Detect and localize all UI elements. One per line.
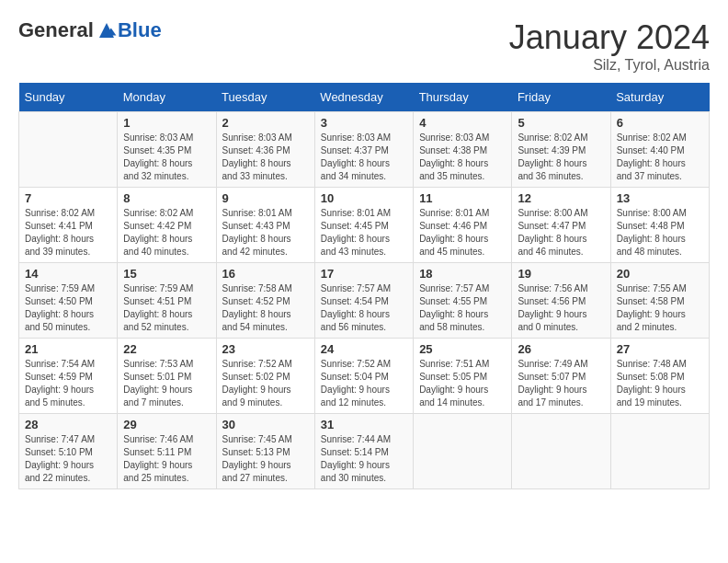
calendar-day-cell (19, 112, 118, 188)
calendar-day-cell (414, 414, 512, 489)
calendar-day-cell: 2Sunrise: 8:03 AM Sunset: 4:36 PM Daylig… (216, 112, 314, 188)
day-number: 28 (25, 418, 111, 431)
day-info: Sunrise: 8:03 AM Sunset: 4:38 PM Dayligh… (419, 132, 506, 183)
day-number: 2 (222, 116, 309, 130)
day-number: 6 (617, 116, 703, 130)
day-of-week-header: Tuesday (216, 83, 314, 112)
calendar-day-cell: 11Sunrise: 8:01 AM Sunset: 4:46 PM Dayli… (414, 188, 512, 263)
day-info: Sunrise: 8:03 AM Sunset: 4:36 PM Dayligh… (222, 132, 309, 183)
day-number: 15 (123, 267, 210, 281)
calendar-day-cell: 30Sunrise: 7:45 AM Sunset: 5:13 PM Dayli… (216, 414, 314, 489)
day-info: Sunrise: 7:56 AM Sunset: 4:56 PM Dayligh… (518, 282, 604, 334)
day-info: Sunrise: 7:47 AM Sunset: 5:10 PM Dayligh… (25, 433, 111, 485)
logo: General Blue (18, 18, 162, 42)
calendar-header-row: SundayMondayTuesdayWednesdayThursdayFrid… (19, 83, 710, 112)
day-info: Sunrise: 8:02 AM Sunset: 4:40 PM Dayligh… (617, 132, 703, 183)
calendar-day-cell: 8Sunrise: 8:02 AM Sunset: 4:42 PM Daylig… (118, 188, 216, 263)
day-info: Sunrise: 7:57 AM Sunset: 4:54 PM Dayligh… (321, 282, 407, 334)
day-number: 27 (617, 342, 703, 356)
day-info: Sunrise: 7:51 AM Sunset: 5:05 PM Dayligh… (419, 358, 506, 409)
day-number: 17 (321, 267, 407, 281)
day-number: 11 (419, 191, 506, 205)
day-number: 4 (419, 116, 506, 130)
day-number: 23 (222, 342, 309, 356)
logo-general: General (18, 18, 94, 42)
page-header: General Blue January 2024 Silz, Tyrol, A… (18, 18, 710, 74)
calendar-week-row: 28Sunrise: 7:47 AM Sunset: 5:10 PM Dayli… (19, 414, 710, 489)
calendar-week-row: 1Sunrise: 8:03 AM Sunset: 4:35 PM Daylig… (19, 112, 710, 188)
calendar-day-cell: 25Sunrise: 7:51 AM Sunset: 5:05 PM Dayli… (414, 339, 512, 414)
day-info: Sunrise: 7:49 AM Sunset: 5:07 PM Dayligh… (518, 358, 604, 409)
day-info: Sunrise: 8:02 AM Sunset: 4:42 PM Dayligh… (123, 207, 210, 259)
calendar-day-cell: 16Sunrise: 7:58 AM Sunset: 4:52 PM Dayli… (216, 263, 314, 339)
day-info: Sunrise: 8:00 AM Sunset: 4:48 PM Dayligh… (617, 207, 703, 259)
calendar-day-cell: 29Sunrise: 7:46 AM Sunset: 5:11 PM Dayli… (118, 414, 216, 489)
calendar-day-cell: 18Sunrise: 7:57 AM Sunset: 4:55 PM Dayli… (414, 263, 512, 339)
calendar-day-cell: 9Sunrise: 8:01 AM Sunset: 4:43 PM Daylig… (216, 188, 314, 263)
day-number: 30 (222, 418, 309, 431)
day-info: Sunrise: 7:57 AM Sunset: 4:55 PM Dayligh… (419, 282, 506, 334)
calendar-day-cell: 20Sunrise: 7:55 AM Sunset: 4:58 PM Dayli… (610, 263, 709, 339)
calendar-day-cell: 26Sunrise: 7:49 AM Sunset: 5:07 PM Dayli… (512, 339, 610, 414)
calendar-day-cell: 6Sunrise: 8:02 AM Sunset: 4:40 PM Daylig… (610, 112, 709, 188)
day-info: Sunrise: 7:55 AM Sunset: 4:58 PM Dayligh… (617, 282, 703, 334)
day-info: Sunrise: 8:03 AM Sunset: 4:37 PM Dayligh… (321, 132, 407, 183)
day-number: 26 (518, 342, 604, 356)
day-number: 24 (321, 342, 407, 356)
day-number: 22 (123, 342, 210, 356)
calendar-day-cell (610, 414, 709, 489)
calendar-week-row: 7Sunrise: 8:02 AM Sunset: 4:41 PM Daylig… (19, 188, 710, 263)
day-info: Sunrise: 7:59 AM Sunset: 4:50 PM Dayligh… (25, 282, 111, 334)
day-info: Sunrise: 7:52 AM Sunset: 5:04 PM Dayligh… (321, 358, 407, 409)
calendar-day-cell: 1Sunrise: 8:03 AM Sunset: 4:35 PM Daylig… (118, 112, 216, 188)
day-number: 12 (518, 191, 604, 205)
day-info: Sunrise: 7:54 AM Sunset: 4:59 PM Dayligh… (25, 358, 111, 409)
calendar-day-cell: 24Sunrise: 7:52 AM Sunset: 5:04 PM Dayli… (314, 339, 413, 414)
calendar-day-cell: 23Sunrise: 7:52 AM Sunset: 5:02 PM Dayli… (216, 339, 314, 414)
day-number: 21 (25, 342, 111, 356)
day-info: Sunrise: 7:45 AM Sunset: 5:13 PM Dayligh… (222, 433, 309, 485)
location: Silz, Tyrol, Austria (509, 57, 710, 74)
calendar-day-cell: 10Sunrise: 8:01 AM Sunset: 4:45 PM Dayli… (314, 188, 413, 263)
day-number: 31 (321, 418, 407, 431)
calendar-day-cell: 31Sunrise: 7:44 AM Sunset: 5:14 PM Dayli… (314, 414, 413, 489)
day-of-week-header: Friday (512, 83, 610, 112)
day-number: 9 (222, 191, 309, 205)
day-of-week-header: Saturday (610, 83, 709, 112)
day-number: 1 (123, 116, 210, 130)
calendar-day-cell (512, 414, 610, 489)
calendar-day-cell: 28Sunrise: 7:47 AM Sunset: 5:10 PM Dayli… (19, 414, 118, 489)
day-number: 29 (123, 418, 210, 431)
calendar-day-cell: 14Sunrise: 7:59 AM Sunset: 4:50 PM Dayli… (19, 263, 118, 339)
day-info: Sunrise: 8:01 AM Sunset: 4:43 PM Dayligh… (222, 207, 309, 259)
day-number: 7 (25, 191, 111, 205)
day-number: 16 (222, 267, 309, 281)
calendar-table: SundayMondayTuesdayWednesdayThursdayFrid… (18, 83, 710, 489)
title-section: January 2024 Silz, Tyrol, Austria (509, 18, 710, 74)
logo-blue: Blue (118, 18, 162, 42)
day-number: 18 (419, 267, 506, 281)
calendar-day-cell: 5Sunrise: 8:02 AM Sunset: 4:39 PM Daylig… (512, 112, 610, 188)
day-info: Sunrise: 8:01 AM Sunset: 4:45 PM Dayligh… (321, 207, 407, 259)
day-info: Sunrise: 8:02 AM Sunset: 4:41 PM Dayligh… (25, 207, 111, 259)
day-info: Sunrise: 8:02 AM Sunset: 4:39 PM Dayligh… (518, 132, 604, 183)
calendar-day-cell: 21Sunrise: 7:54 AM Sunset: 4:59 PM Dayli… (19, 339, 118, 414)
calendar-week-row: 21Sunrise: 7:54 AM Sunset: 4:59 PM Dayli… (19, 339, 710, 414)
day-info: Sunrise: 7:48 AM Sunset: 5:08 PM Dayligh… (617, 358, 703, 409)
day-info: Sunrise: 7:58 AM Sunset: 4:52 PM Dayligh… (222, 282, 309, 334)
day-number: 10 (321, 191, 407, 205)
logo-icon (96, 19, 118, 41)
day-info: Sunrise: 7:46 AM Sunset: 5:11 PM Dayligh… (123, 433, 210, 485)
calendar-day-cell: 4Sunrise: 8:03 AM Sunset: 4:38 PM Daylig… (414, 112, 512, 188)
day-of-week-header: Wednesday (314, 83, 413, 112)
day-number: 14 (25, 267, 111, 281)
calendar-day-cell: 3Sunrise: 8:03 AM Sunset: 4:37 PM Daylig… (314, 112, 413, 188)
day-of-week-header: Sunday (19, 83, 118, 112)
calendar-day-cell: 15Sunrise: 7:59 AM Sunset: 4:51 PM Dayli… (118, 263, 216, 339)
calendar-day-cell: 19Sunrise: 7:56 AM Sunset: 4:56 PM Dayli… (512, 263, 610, 339)
day-number: 3 (321, 116, 407, 130)
day-info: Sunrise: 8:03 AM Sunset: 4:35 PM Dayligh… (123, 132, 210, 183)
day-info: Sunrise: 7:53 AM Sunset: 5:01 PM Dayligh… (123, 358, 210, 409)
day-of-week-header: Monday (118, 83, 216, 112)
month-title: January 2024 (509, 18, 710, 57)
